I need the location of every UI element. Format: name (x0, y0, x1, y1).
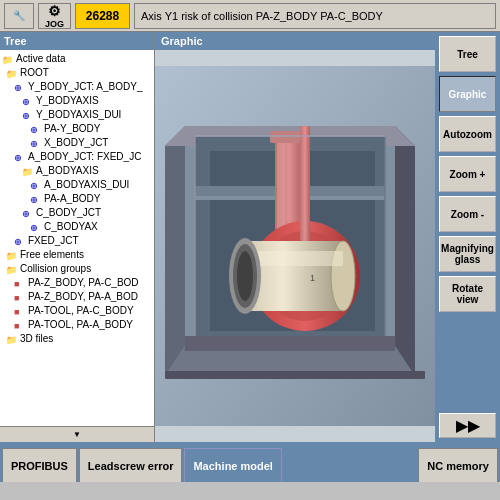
tree-item-label: Free elements (20, 248, 84, 262)
svg-point-25 (237, 251, 253, 301)
tree-node-icon: ⊕ (14, 81, 26, 93)
svg-marker-3 (165, 126, 185, 376)
tree-item-label: A_BODY_JCT: FXED_JC (28, 150, 141, 164)
magnifying-glass-button[interactable]: Magnifying glass (439, 236, 496, 272)
tree-item-label: PA-TOOL, PA-C_BODY (28, 304, 134, 318)
zoom-minus-button[interactable]: Zoom - (439, 196, 496, 232)
tree-item-label: Active data (16, 52, 65, 66)
zoom-plus-button[interactable]: Zoom + (439, 156, 496, 192)
tree-node-icon: ⊕ (30, 137, 42, 149)
autozoom-button[interactable]: Autozoom (439, 116, 496, 152)
tree-node-icon: ■ (14, 319, 26, 331)
tree-item-label: FXED_JCT (28, 234, 79, 248)
tree-item[interactable]: 📁ROOT (2, 66, 152, 80)
tree-item-label: Y_BODYAXIS (36, 94, 99, 108)
tree-item[interactable]: ⊕PA-Y_BODY (2, 122, 152, 136)
tree-node-icon: ■ (14, 291, 26, 303)
tab-profibus[interactable]: PROFIBUS (2, 448, 77, 482)
tree-node-icon: ■ (14, 277, 26, 289)
folder-icon: 📁 (6, 249, 18, 261)
tree-item-label: C_BODYAX (44, 220, 98, 234)
svg-rect-31 (185, 336, 395, 351)
graphic-panel-header: Graphic (155, 32, 435, 50)
mode-display: ⚙ JOG (38, 3, 71, 29)
alarm-number[interactable]: 26288 (75, 3, 130, 29)
tree-item-label: Y_BODYAXIS_DUI (36, 108, 121, 122)
tree-item[interactable]: ⊕A_BODY_JCT: FXED_JC (2, 150, 152, 164)
mode-label: JOG (45, 19, 64, 29)
tree-item[interactable]: 📁Collision groups (2, 262, 152, 276)
tree-item[interactable]: ■PA-Z_BODY, PA-A_BOD (2, 290, 152, 304)
tree-item[interactable]: ⊕Y_BODYAXIS_DUI (2, 108, 152, 122)
forward-button[interactable]: ▶▶ (439, 413, 496, 438)
tree-item[interactable]: ⊕X_BODY_JCT (2, 136, 152, 150)
tree-item[interactable]: ⊕C_BODYAX (2, 220, 152, 234)
tree-node-icon: ⊕ (22, 95, 34, 107)
tree-node-icon: ⊕ (30, 179, 42, 191)
tree-container[interactable]: 📁Active data📁ROOT⊕Y_BODY_JCT: A_BODY_⊕Y_… (0, 50, 154, 426)
tree-item[interactable]: ■PA-TOOL, PA-C_BODY (2, 304, 152, 318)
bottom-tabs: PROFIBUS Leadscrew error Machine model N… (0, 442, 500, 482)
tree-node-icon: ⊕ (30, 221, 42, 233)
tab-nc-memory[interactable]: NC memory (418, 448, 498, 482)
folder-icon: 📁 (2, 53, 14, 65)
tree-item-label: A_BODYAXIS (36, 164, 99, 178)
svg-marker-4 (395, 126, 415, 376)
machine-3d-view: 1 (155, 66, 435, 426)
wrench-icon: 🔧 (13, 10, 25, 21)
mode-icon: ⚙ (48, 3, 61, 19)
tree-item[interactable]: ⊕PA-A_BODY (2, 192, 152, 206)
tree-item[interactable]: 📁A_BODYAXIS (2, 164, 152, 178)
tab-machine-model[interactable]: Machine model (184, 448, 281, 482)
tree-item[interactable]: ⊕Y_BODY_JCT: A_BODY_ (2, 80, 152, 94)
tree-item[interactable]: 📁3D files (2, 332, 152, 346)
tree-node-icon: ⊕ (14, 151, 26, 163)
tree-item[interactable]: 📁Free elements (2, 248, 152, 262)
graphic-viewport[interactable]: 1 (155, 50, 435, 442)
alarm-message: Axis Y1 risk of collision PA-Z_BODY PA-C… (134, 3, 496, 29)
tab-leadscrew-error[interactable]: Leadscrew error (79, 448, 183, 482)
tree-item-label: PA-Z_BODY, PA-A_BOD (28, 290, 138, 304)
svg-text:1: 1 (310, 273, 315, 283)
tree-node-icon: ⊕ (30, 193, 42, 205)
tree-item-label: Y_BODY_JCT: A_BODY_ (28, 80, 143, 94)
tree-item-label: X_BODY_JCT (44, 136, 108, 150)
tree-node-icon: ⊕ (22, 207, 34, 219)
tree-item-label: A_BODYAXIS_DUI (44, 178, 129, 192)
folder-icon: 📁 (6, 333, 18, 345)
tree-item[interactable]: ⊕A_BODYAXIS_DUI (2, 178, 152, 192)
tree-node-icon: ⊕ (30, 123, 42, 135)
tree-item[interactable]: ■PA-Z_BODY, PA-C_BOD (2, 276, 152, 290)
tree-item-label: PA-Z_BODY, PA-C_BOD (28, 276, 139, 290)
rotate-view-button[interactable]: Rotate view (439, 276, 496, 312)
forward-icon: ▶▶ (456, 416, 480, 435)
tree-item-label: PA-TOOL, PA-A_BODY (28, 318, 133, 332)
graphic-panel: Graphic (155, 32, 435, 442)
svg-rect-11 (277, 136, 285, 231)
tree-node-icon: ⊕ (14, 235, 26, 247)
tree-node-icon: ■ (14, 305, 26, 317)
tree-item-label: Collision groups (20, 262, 91, 276)
folder-icon: 📁 (6, 263, 18, 275)
tree-panel: Tree 📁Active data📁ROOT⊕Y_BODY_JCT: A_BOD… (0, 32, 155, 442)
tree-item-label: C_BODY_JCT (36, 206, 101, 220)
tree-item-label: PA-A_BODY (44, 192, 101, 206)
tree-item-label: 3D files (20, 332, 53, 346)
tree-item[interactable]: ■PA-TOOL, PA-A_BODY (2, 318, 152, 332)
graphic-button[interactable]: Graphic (439, 76, 496, 112)
tree-item[interactable]: ⊕C_BODY_JCT (2, 206, 152, 220)
folder-icon: 📁 (22, 165, 34, 177)
tree-item[interactable]: ⊕FXED_JCT (2, 234, 152, 248)
tree-item[interactable]: ⊕Y_BODYAXIS (2, 94, 152, 108)
tree-scroll-bar[interactable]: ▼ (0, 426, 154, 442)
tree-panel-header: Tree (0, 32, 154, 50)
right-control-panel: Tree Graphic Autozoom Zoom + Zoom - Magn… (435, 32, 500, 442)
toolbar: 🔧 ⚙ JOG 26288 Axis Y1 risk of collision … (0, 0, 500, 32)
folder-icon: 📁 (6, 67, 18, 79)
svg-rect-32 (165, 371, 425, 379)
tree-item[interactable]: 📁Active data (2, 52, 152, 66)
wrench-button[interactable]: 🔧 (4, 3, 34, 29)
tree-button[interactable]: Tree (439, 36, 496, 72)
scroll-indicator: ▼ (73, 430, 81, 439)
tree-node-icon: ⊕ (22, 109, 34, 121)
